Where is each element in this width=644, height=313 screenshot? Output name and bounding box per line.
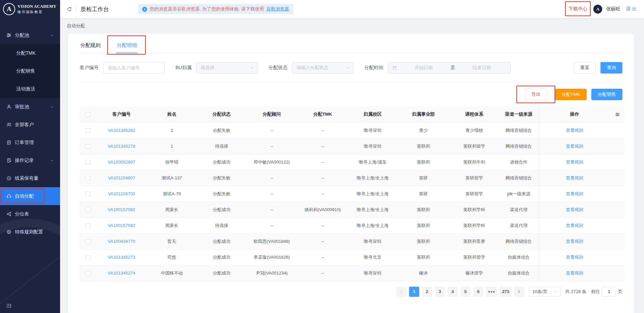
- cell-name: 暂无: [146, 233, 197, 249]
- page-button-2[interactable]: 2: [422, 287, 432, 297]
- sidebar-item-activity-activation[interactable]: 活动激活: [0, 80, 60, 98]
- annotation-box-tab-details: [107, 35, 146, 55]
- cell-status: 待选择: [197, 138, 246, 154]
- next-page-button[interactable]: [514, 287, 524, 297]
- view-rule-link[interactable]: 查看规则: [566, 128, 583, 133]
- assign-tmk-button[interactable]: 分配TMK: [555, 89, 587, 100]
- view-rule-link[interactable]: 查看规则: [566, 191, 583, 196]
- sidebar-item-percentile-table[interactable]: 分位表: [0, 205, 60, 223]
- status-select[interactable]: 请输入分配状态: [292, 62, 353, 74]
- download-center-link[interactable]: 下载中心: [568, 6, 587, 11]
- row-checkbox[interactable]: [86, 239, 90, 244]
- view-rule-link[interactable]: 查看规则: [566, 175, 583, 180]
- row-checkbox[interactable]: [86, 223, 90, 228]
- start-date-placeholder: 开始日期: [399, 65, 448, 71]
- export-button[interactable]: 导出: [525, 89, 547, 100]
- view-rule-link[interactable]: 查看规则: [566, 223, 583, 228]
- page-button-1[interactable]: 1: [409, 287, 419, 297]
- page-button-4[interactable]: 4: [448, 287, 458, 297]
- customer-id-link[interactable]: VA100434770: [108, 239, 135, 244]
- logo-text: VISION ACADEMY 唯寻国际教育: [18, 4, 56, 15]
- sidebar-item-auto-assign[interactable]: 自动分配: [0, 187, 60, 205]
- page-button-3[interactable]: 3: [435, 287, 445, 297]
- cell-division: 橡沐: [397, 265, 450, 281]
- view-rule-link[interactable]: 查看规则: [566, 239, 583, 244]
- customer-id-link[interactable]: VA101104700: [108, 191, 135, 196]
- row-checkbox-cell: [80, 122, 97, 138]
- customer-id-input[interactable]: [103, 62, 165, 74]
- leads-icon: [6, 176, 11, 181]
- sidebar-item-all-customers[interactable]: 全部客户: [0, 116, 60, 134]
- refresh-icon[interactable]: [67, 7, 72, 12]
- customer-id-link[interactable]: VA101345282: [108, 128, 135, 133]
- view-rule-link[interactable]: 查看规则: [566, 144, 583, 149]
- row-checkbox[interactable]: [86, 207, 90, 212]
- page-button-273[interactable]: 273: [500, 287, 511, 297]
- goto-label: 前往: [591, 289, 600, 295]
- customer-id-link[interactable]: VA101104807: [108, 175, 135, 180]
- bu-select[interactable]: 请选择: [196, 62, 258, 74]
- customers-icon: [6, 122, 11, 127]
- tab-assign-details[interactable]: 分配明细: [116, 38, 138, 53]
- page-button-6[interactable]: 6: [473, 287, 483, 297]
- sidebar-item-label: 订单管理: [15, 140, 34, 146]
- view-rule-link[interactable]: 查看规则: [566, 207, 583, 212]
- sidebar-item-assign-pool[interactable]: 分配池: [0, 26, 60, 44]
- date-range-picker[interactable]: 开始日期 至 结束日期: [388, 62, 511, 74]
- cell-name: 徐芊晴: [146, 154, 197, 170]
- page-size-value: 10条/页: [533, 289, 547, 295]
- customer-id-link[interactable]: VA100157082: [108, 223, 135, 228]
- user-avatar[interactable]: A: [593, 4, 603, 14]
- sidebar-item-operation-records[interactable]: 操作记录: [0, 151, 60, 169]
- sidebar-item-order-management[interactable]: 订单管理: [0, 134, 60, 151]
- row-checkbox[interactable]: [86, 160, 90, 165]
- cell-customer-id: VA101345273: [97, 249, 146, 265]
- view-rule-link[interactable]: 查看规则: [566, 160, 583, 165]
- special-rules-icon: [6, 229, 11, 235]
- page-size-select[interactable]: 10条/页: [529, 287, 561, 297]
- goto-page-input[interactable]: [602, 287, 616, 297]
- header-checkbox-cell: [80, 106, 97, 122]
- row-checkbox[interactable]: [86, 255, 90, 260]
- logout-link[interactable]: 退 出: [626, 6, 637, 12]
- cell-channel: 网络营销综合: [499, 122, 539, 138]
- sidebar-item-assign-sales[interactable]: 分配销售: [0, 62, 60, 80]
- column-settings-icon[interactable]: [615, 112, 620, 117]
- column-header-name: 姓名: [146, 106, 197, 122]
- sidebar-item-assign-tmk[interactable]: 分配TMK: [0, 44, 60, 62]
- tab-assign-rules[interactable]: 分配规则: [80, 38, 101, 53]
- prev-page-button[interactable]: [396, 287, 406, 297]
- cell-campus: 唯寻深圳: [348, 122, 397, 138]
- customer-id-link[interactable]: VA101345278: [108, 144, 135, 149]
- row-checkbox[interactable]: [86, 144, 90, 149]
- select-all-checkbox[interactable]: [86, 112, 90, 117]
- view-rule-link[interactable]: 查看规则: [566, 255, 583, 260]
- row-checkbox[interactable]: [86, 128, 90, 133]
- export-wrap: 导出: [525, 89, 547, 100]
- assign-sales-button[interactable]: 分配销售: [591, 89, 622, 100]
- reset-button[interactable]: 重置: [574, 62, 596, 74]
- row-checkbox[interactable]: [86, 176, 90, 180]
- view-rule-link[interactable]: 查看规则: [566, 271, 583, 276]
- row-checkbox[interactable]: [86, 192, 90, 196]
- pagination-ellipsis[interactable]: ●●●: [486, 287, 497, 297]
- column-header-status: 分配状态: [197, 106, 246, 122]
- cell-course: 英研留学: [450, 170, 499, 186]
- customer-id-link[interactable]: VA100002897: [108, 160, 135, 165]
- sidebar-item-approval-pool[interactable]: 审批池: [0, 98, 60, 116]
- collapse-sidebar-icon[interactable]: [6, 303, 12, 308]
- customer-id-link[interactable]: VA101345274: [108, 271, 135, 276]
- cell-course: 英联邦竞赛: [450, 233, 499, 249]
- sidebar-item-lead-retention[interactable]: 线索保有量: [0, 169, 60, 187]
- customer-id-link[interactable]: VA100157082: [108, 207, 135, 212]
- header-settings-cell: [610, 106, 624, 122]
- search-button[interactable]: 查询: [600, 62, 622, 74]
- approval-icon: [6, 104, 11, 110]
- bu-select-placeholder: 请选择: [200, 65, 214, 71]
- page-button-5[interactable]: 5: [460, 287, 471, 297]
- sidebar-item-special-rules[interactable]: 特殊规则配置: [0, 223, 60, 241]
- customer-id-link[interactable]: VA101345273: [108, 255, 135, 260]
- cell-course: 英联邦学科: [450, 218, 499, 233]
- chrome-download-link[interactable]: 谷歌浏览器: [266, 6, 289, 12]
- row-checkbox[interactable]: [86, 271, 90, 276]
